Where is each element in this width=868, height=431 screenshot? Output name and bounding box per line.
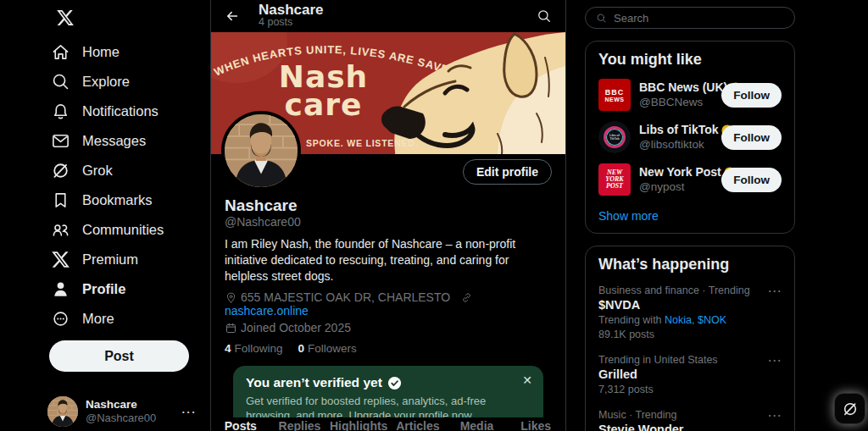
x-logo-icon: [51, 250, 70, 269]
grok-floating-button[interactable]: [834, 393, 865, 424]
nav-label: More: [82, 311, 114, 327]
more-icon[interactable]: ···: [769, 355, 783, 367]
search-icon: [596, 13, 607, 24]
envelope-icon: [51, 131, 70, 151]
edit-profile-button[interactable]: Edit profile: [463, 159, 552, 185]
new-york-post-logo: NEW YORK POST: [598, 163, 631, 196]
post-button[interactable]: Post: [49, 340, 189, 372]
follow-button[interactable]: Follow: [721, 168, 782, 192]
nav-item-profile[interactable]: Profile: [51, 274, 203, 304]
dog-illustration: [370, 32, 565, 154]
trend-category: Trending in United States: [598, 354, 782, 366]
more-circle-icon: [51, 309, 70, 329]
account-name: BBC News (UK): [639, 80, 727, 95]
related-link[interactable]: Nokia: [665, 314, 692, 326]
profile-meta-row: 655 MAJESTIC OAK DR, CHARLESTO nashcare.…: [225, 290, 552, 318]
nav-item-more[interactable]: More: [51, 304, 203, 334]
search-bar[interactable]: [585, 7, 795, 29]
back-arrow-icon: [225, 8, 240, 24]
you-might-like-card: You might like BBC NEWS BBC News (UK) @B…: [585, 41, 795, 234]
communities-icon: [51, 220, 70, 240]
account-handle: @BBCNews: [639, 95, 721, 109]
tab-highlights[interactable]: Highlights: [329, 417, 388, 431]
account-handle: @Nashcare00: [86, 412, 156, 425]
followers-stat[interactable]: 0Followers: [298, 342, 357, 355]
profile-stats: 4Following 0Followers: [225, 342, 552, 355]
tab-likes[interactable]: Likes: [506, 417, 565, 431]
account-name: Nashcare: [86, 398, 156, 412]
nav-item-messages[interactable]: Messages: [51, 126, 203, 156]
related-link[interactable]: $NOK: [698, 314, 726, 326]
bell-icon: [51, 102, 70, 121]
nav-label: Profile: [82, 281, 125, 297]
nav-label: Messages: [82, 133, 146, 149]
profile-tabs: Posts Replies Highlights Articles Media …: [211, 417, 565, 431]
search-icon[interactable]: [537, 8, 552, 24]
grok-icon: [842, 401, 859, 417]
nav-item-grok[interactable]: Grok: [51, 156, 203, 185]
suggested-account-nypost[interactable]: NEW YORK POST New York Post @nypost Foll…: [586, 158, 794, 201]
nav-item-bookmarks[interactable]: Bookmarks: [51, 185, 203, 215]
trends-title: What’s happening: [586, 246, 794, 279]
more-icon[interactable]: ···: [769, 285, 783, 297]
account-name: New York Post: [639, 165, 721, 180]
profile-website-link[interactable]: nashcare.online: [225, 304, 309, 318]
nav-label: Premium: [82, 251, 138, 268]
close-icon[interactable]: ✕: [522, 374, 532, 386]
nav-label: Home: [82, 44, 120, 60]
trend-item-stevie-wonder[interactable]: Music · Trending Stevie Wonder 5,266 pos…: [586, 403, 794, 431]
show-more-link[interactable]: Show more: [586, 201, 794, 233]
account-handle: @nypost: [639, 180, 721, 194]
primary-nav: Home Explore Notifications Messages Grok…: [51, 37, 203, 334]
post-count: 4 posts: [259, 16, 324, 29]
x-profile-page: Home Explore Notifications Messages Grok…: [0, 0, 868, 431]
follow-button[interactable]: Follow: [721, 83, 782, 108]
follow-button[interactable]: Follow: [721, 125, 782, 150]
following-stat[interactable]: 4Following: [225, 342, 283, 355]
suggested-account-libsoftiktok[interactable]: Libs of TikTok Libs of TikTok @libsoftik…: [586, 116, 794, 158]
libs-of-tiktok-logo: Libs of TikTok: [598, 121, 631, 153]
profile-avatar[interactable]: [221, 111, 301, 191]
nav-label: Bookmarks: [82, 192, 153, 208]
account-switcher[interactable]: Nashcare @Nashcare00 ···: [47, 396, 200, 427]
search-input[interactable]: [614, 12, 784, 25]
profile-location: 655 MAJESTIC OAK DR, CHARLESTO: [241, 290, 450, 304]
nav-label: Grok: [82, 163, 113, 179]
profile-name: Nashcare: [225, 196, 552, 214]
tab-articles[interactable]: Articles: [388, 417, 448, 431]
whats-happening-card: What’s happening Business and finance · …: [585, 246, 795, 431]
suggestions-title: You might like: [586, 41, 794, 74]
trend-item-nvda[interactable]: Business and finance · Trending $NVDA Tr…: [586, 279, 794, 348]
more-icon[interactable]: ···: [182, 406, 201, 418]
x-logo-icon[interactable]: [56, 8, 75, 27]
nav-item-communities[interactable]: Communities: [51, 215, 203, 245]
tab-media[interactable]: Media: [448, 417, 507, 431]
nav-label: Explore: [82, 74, 130, 90]
back-button[interactable]: [220, 3, 245, 29]
search-icon: [51, 72, 70, 91]
nav-item-notifications[interactable]: Notifications: [51, 97, 203, 126]
nav-item-home[interactable]: Home: [51, 37, 203, 67]
more-icon[interactable]: ···: [769, 410, 783, 422]
banner-tagline: SPOKE. WE LISTENED.: [306, 138, 418, 148]
account-handle: @libsoftiktok: [639, 137, 721, 152]
right-sidebar: You might like BBC NEWS BBC News (UK) @B…: [585, 0, 795, 431]
profile-header: Nashcare 4 posts: [211, 0, 565, 32]
trend-category: Music · Trending: [598, 409, 782, 421]
trend-topic: $NVDA: [598, 298, 782, 312]
trend-item-grilled[interactable]: Trending in United States Grilled 7,312 …: [586, 348, 794, 403]
verified-badge-icon: [387, 376, 402, 390]
trend-topic: Grilled: [598, 367, 782, 381]
tab-posts[interactable]: Posts: [211, 417, 270, 431]
nav-label: Communities: [82, 222, 164, 238]
nav-item-explore[interactable]: Explore: [51, 67, 203, 97]
nav-item-premium[interactable]: Premium: [51, 245, 203, 274]
profile-joined: Joined October 2025: [241, 321, 351, 334]
profile-column: Nashcare 4 posts WHEN HEARTS UNITE, LIVE…: [210, 0, 566, 431]
grok-icon: [51, 161, 70, 180]
person-icon: [51, 279, 70, 299]
calendar-icon: [225, 322, 237, 334]
trend-category: Business and finance · Trending: [598, 285, 782, 296]
tab-replies[interactable]: Replies: [270, 417, 330, 431]
suggested-account-bbc[interactable]: BBC NEWS BBC News (UK) @BBCNews Follow: [586, 74, 794, 116]
